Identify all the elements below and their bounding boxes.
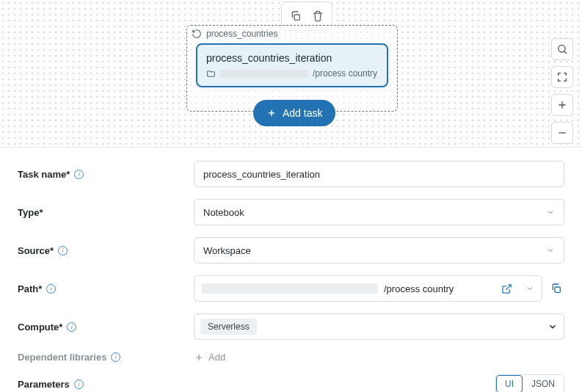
info-icon[interactable]: i: [111, 352, 120, 362]
svg-rect-2: [555, 287, 560, 292]
task-name-label: Task name* i: [18, 169, 194, 180]
search-icon: [556, 43, 568, 55]
zoom-in-button[interactable]: [551, 94, 573, 116]
chevron-down-icon: [525, 284, 534, 293]
form: Task name* i Type* Notebook Source* i Wo…: [0, 147, 582, 392]
svg-point-1: [559, 46, 565, 52]
path-suffix: /process country: [384, 283, 454, 294]
loop-container[interactable]: process_countries process_countries_iter…: [186, 25, 398, 112]
task-card[interactable]: process_countries_iteration /process cou…: [196, 43, 388, 87]
minus-icon: [556, 127, 568, 139]
canvas-controls: [551, 38, 573, 144]
loop-label: process_countries: [192, 29, 393, 39]
add-library-button[interactable]: Add: [194, 352, 564, 363]
add-task-label: Add task: [283, 107, 322, 119]
info-icon[interactable]: i: [58, 246, 68, 255]
info-icon[interactable]: i: [74, 170, 84, 179]
path-input[interactable]: /process country: [194, 275, 542, 302]
loop-name: process_countries: [206, 29, 277, 39]
folder-icon: [206, 69, 216, 79]
copy-icon: [290, 10, 302, 22]
source-select[interactable]: Workspace: [194, 237, 564, 264]
copy-icon: [550, 283, 562, 294]
task-card-path: /process country: [206, 68, 378, 79]
params-ui-toggle[interactable]: UI: [496, 375, 523, 392]
chevron-down-icon: [546, 246, 555, 255]
plus-icon: [266, 108, 277, 118]
type-value: Notebook: [203, 207, 244, 218]
plus-icon: [556, 99, 568, 111]
canvas[interactable]: process_countries process_countries_iter…: [0, 0, 582, 147]
redacted-path: [202, 283, 378, 294]
add-task-button[interactable]: Add task: [253, 100, 335, 126]
dep-libs-label: Dependent libraries i: [18, 352, 194, 363]
parameters-label: Parameters i: [18, 379, 194, 390]
compute-chip: Serverless: [200, 319, 257, 335]
params-mode-toggle: UI JSON: [495, 374, 564, 392]
plus-icon: [194, 352, 204, 363]
type-select[interactable]: Notebook: [194, 199, 564, 225]
add-label: Add: [208, 352, 225, 363]
source-label: Source* i: [18, 245, 194, 256]
source-value: Workspace: [203, 245, 251, 256]
fullscreen-button[interactable]: [551, 66, 573, 88]
search-button[interactable]: [551, 38, 573, 60]
task-card-path-suffix: /process country: [313, 68, 377, 79]
duplicate-button[interactable]: [285, 5, 307, 27]
open-external-button[interactable]: [501, 283, 512, 294]
type-label: Type*: [18, 207, 194, 218]
task-name-input[interactable]: [194, 161, 564, 187]
compute-select[interactable]: Serverless: [194, 313, 564, 340]
refresh-icon: [192, 29, 202, 39]
external-link-icon: [501, 283, 512, 294]
svg-rect-0: [294, 15, 299, 20]
delete-button[interactable]: [307, 5, 329, 27]
chevron-down-icon: [546, 208, 555, 217]
compute-label: Compute* i: [18, 322, 194, 333]
copy-path-button[interactable]: [548, 280, 564, 297]
task-card-title: process_countries_iteration: [206, 52, 378, 64]
zoom-out-button[interactable]: [551, 122, 573, 144]
params-json-toggle[interactable]: JSON: [523, 375, 564, 392]
info-icon[interactable]: i: [74, 380, 84, 389]
trash-icon: [312, 10, 324, 22]
chevron-down-icon: [548, 322, 558, 332]
path-label: Path* i: [18, 283, 194, 294]
redacted-path: [220, 70, 308, 78]
info-icon[interactable]: i: [67, 322, 76, 332]
info-icon[interactable]: i: [46, 284, 56, 294]
fullscreen-icon: [556, 71, 568, 83]
